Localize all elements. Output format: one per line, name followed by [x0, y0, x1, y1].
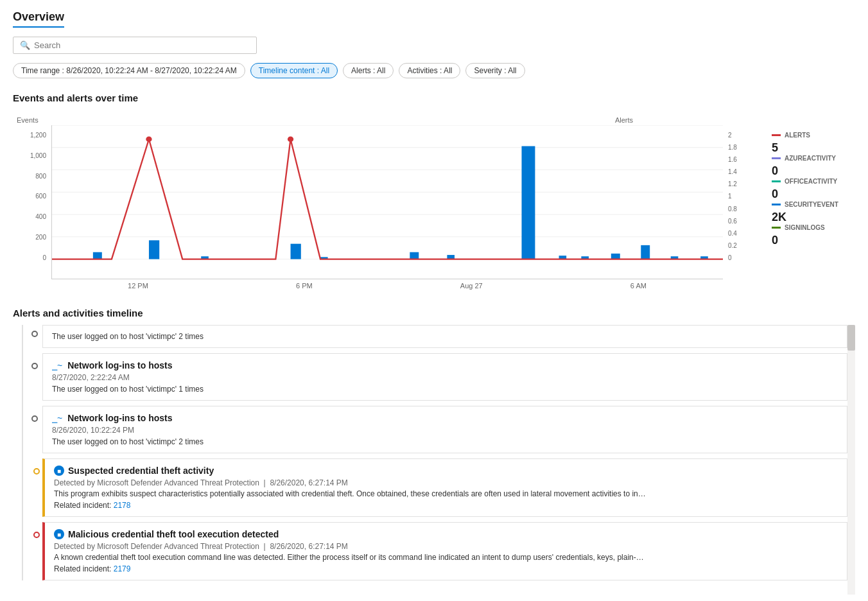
- activity-icon: ⎯~: [52, 360, 62, 370]
- timeline-dot: [31, 331, 38, 337]
- list-item: ■ Suspected credential theft activity De…: [42, 458, 847, 517]
- filter-activities[interactable]: Activities : All: [399, 63, 460, 78]
- timeline-dot: [31, 415, 38, 422]
- legend-label-signinlogs: SIGNINLOGS: [785, 224, 825, 231]
- timeline-wrapper: The user logged on to host 'victimpc' 2 …: [13, 325, 847, 580]
- item-extra: Related incident: 2178: [54, 501, 838, 510]
- svg-rect-14: [522, 146, 535, 259]
- timeline-section: Alerts and activities timeline The user …: [13, 308, 855, 595]
- x-axis-labels: 12 PM 6 PM Aug 27 6 AM: [54, 282, 720, 290]
- list-item: ■ Malicious credential theft tool execut…: [42, 522, 847, 580]
- legend-color-signinlogs: [772, 227, 781, 229]
- chart-legend: ALERTS 5 AZUREACTIVITY 0 OFFICEACTIVITY …: [772, 125, 855, 247]
- page-title: Overview: [13, 10, 64, 28]
- timeline-line: [22, 325, 23, 580]
- svg-rect-17: [611, 254, 620, 259]
- y-axis-left: 1,200 1,000 800 600 400 200 0: [13, 125, 51, 279]
- timeline-dot: [31, 363, 38, 369]
- legend-value-azureactivity: 0: [772, 164, 855, 178]
- item-header: ⎯~ Network log-ins to hosts: [52, 413, 838, 423]
- incident-link[interactable]: 2178: [114, 501, 131, 510]
- page-container: Overview 🔍 Time range : 8/26/2020, 10:22…: [0, 0, 868, 601]
- svg-rect-18: [641, 245, 650, 259]
- scrollbar-thumb[interactable]: [847, 325, 855, 351]
- svg-rect-10: [291, 244, 301, 259]
- legend-label-alerts: ALERTS: [785, 132, 810, 139]
- chart-title: Events and alerts over time: [13, 92, 855, 103]
- svg-rect-7: [93, 252, 102, 259]
- item-date: 8/27/2020, 2:22:24 AM: [52, 373, 838, 382]
- legend-item-azureactivity: AZUREACTIVITY 0: [772, 155, 855, 178]
- item-title: Malicious credential theft tool executio…: [68, 529, 279, 539]
- search-input[interactable]: [34, 40, 250, 50]
- alerts-axis-label: Alerts: [615, 116, 633, 124]
- legend-item-alerts: ALERTS 5: [772, 132, 855, 155]
- y-axis-right: 2 1.8 1.6 1.4 1.2 1 0.8 0.6 0.4 0.2 0: [723, 125, 761, 279]
- detected-by: Detected by Microsoft Defender Advanced …: [54, 542, 838, 551]
- legend-color-officeactivity: [772, 180, 781, 182]
- filter-severity[interactable]: Severity : All: [465, 63, 525, 78]
- legend-color-alerts: [772, 134, 781, 136]
- timeline-scroll[interactable]: The user logged on to host 'victimpc' 2 …: [13, 325, 847, 595]
- filter-alerts[interactable]: Alerts : All: [343, 63, 394, 78]
- legend-value-signinlogs: 0: [772, 234, 855, 247]
- svg-point-22: [288, 136, 293, 142]
- legend-value-alerts: 5: [772, 141, 855, 155]
- list-item: ⎯~ Network log-ins to hosts 8/26/2020, 1…: [42, 406, 847, 453]
- svg-point-21: [146, 136, 152, 142]
- legend-label-securityevent: SECURITYEVENT: [785, 201, 838, 208]
- timeline-dot: [33, 532, 40, 538]
- item-header: ■ Suspected credential theft activity: [54, 466, 838, 476]
- item-date: 8/26/2020, 10:22:24 PM: [52, 426, 838, 435]
- legend-item-signinlogs: SIGNINLOGS 0: [772, 224, 855, 247]
- legend-label-azureactivity: AZUREACTIVITY: [785, 155, 836, 162]
- legend-color-azureactivity: [772, 157, 781, 159]
- filter-time-range[interactable]: Time range : 8/26/2020, 10:22:24 AM - 8/…: [13, 63, 245, 78]
- filter-bar: Time range : 8/26/2020, 10:22:24 AM - 8/…: [13, 63, 855, 78]
- item-title: Network log-ins to hosts: [67, 360, 172, 370]
- chart-section: Events and alerts over time Events Alert…: [13, 92, 855, 290]
- filter-timeline-content[interactable]: Timeline content : All: [250, 63, 338, 78]
- item-extra: Related incident: 2179: [54, 564, 838, 573]
- svg-rect-8: [149, 240, 159, 259]
- list-item: ⎯~ Network log-ins to hosts 8/27/2020, 2…: [42, 353, 847, 401]
- activity-icon: ⎯~: [52, 413, 62, 423]
- alert-icon: ■: [54, 529, 64, 539]
- search-icon: 🔍: [20, 40, 30, 50]
- item-header: ■ Malicious credential theft tool execut…: [54, 529, 838, 539]
- search-box: 🔍: [13, 37, 257, 54]
- legend-color-securityevent: [772, 204, 781, 205]
- item-desc: The user logged on to host 'victimpc' 2 …: [52, 332, 838, 341]
- timeline-dot: [33, 468, 40, 475]
- events-axis-label: Events: [17, 116, 39, 124]
- item-title: Network log-ins to hosts: [67, 413, 172, 423]
- alert-icon: ■: [54, 466, 64, 476]
- legend-item-officeactivity: OFFICEACTIVITY 0: [772, 178, 855, 201]
- list-item: The user logged on to host 'victimpc' 2 …: [42, 325, 847, 348]
- legend-value-officeactivity: 0: [772, 187, 855, 201]
- legend-item-securityevent: SECURITYEVENT 2K: [772, 201, 855, 224]
- svg-rect-12: [410, 252, 419, 259]
- legend-value-securityevent: 2K: [772, 211, 855, 224]
- item-desc: This program exhibits suspect characteri…: [54, 489, 838, 498]
- item-header: ⎯~ Network log-ins to hosts: [52, 360, 838, 370]
- detected-by: Detected by Microsoft Defender Advanced …: [54, 478, 838, 487]
- scrollbar[interactable]: [847, 325, 855, 595]
- item-desc: The user logged on to host 'victimpc' 2 …: [52, 437, 838, 446]
- incident-link[interactable]: 2179: [114, 564, 131, 573]
- item-desc: A known credential theft tool execution …: [54, 553, 838, 562]
- timeline-title: Alerts and activities timeline: [13, 308, 855, 318]
- legend-label-officeactivity: OFFICEACTIVITY: [785, 178, 837, 185]
- chart-svg: [52, 125, 723, 279]
- item-title: Suspected credential theft activity: [68, 466, 214, 476]
- item-desc: The user logged on to host 'victimpc' 1 …: [52, 385, 838, 394]
